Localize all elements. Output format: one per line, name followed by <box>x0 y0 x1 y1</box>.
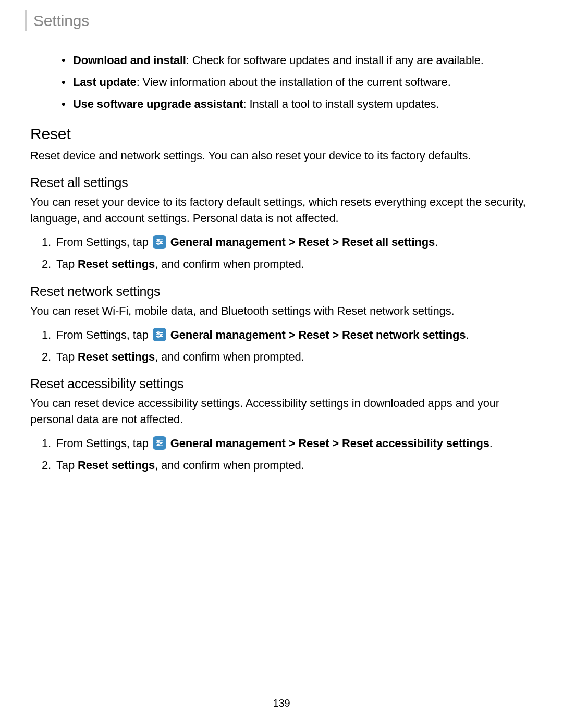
reset-accessibility-heading: Reset accessibility settings <box>30 376 533 391</box>
list-item: Tap Reset settings, and confirm when pro… <box>56 457 533 474</box>
step-bold: General management > Reset > Reset netwo… <box>170 328 466 341</box>
step-post: , and confirm when prompted. <box>155 459 304 472</box>
reset-all-heading: Reset all settings <box>30 175 533 190</box>
reset-intro: Reset device and network settings. You c… <box>30 148 533 164</box>
step-pre: Tap <box>56 350 78 363</box>
general-management-icon <box>153 328 166 341</box>
bullet-text: : Check for software updates and install… <box>186 54 484 67</box>
svg-point-3 <box>160 241 162 243</box>
bullet-bold: Use software upgrade assistant <box>73 97 243 110</box>
list-item: From Settings, tap General management > … <box>56 435 533 452</box>
step-post: . <box>435 236 438 249</box>
svg-point-15 <box>160 442 162 444</box>
step-post: , and confirm when prompted. <box>155 350 304 363</box>
step-post: . <box>489 437 493 450</box>
general-management-icon <box>153 436 166 450</box>
list-item: Last update: View information about the … <box>73 74 533 91</box>
reset-network-intro: You can reset Wi-Fi, mobile data, and Bl… <box>30 303 533 319</box>
reset-accessibility-intro: You can reset device accessibility setti… <box>30 396 533 428</box>
software-update-bullets: Download and install: Check for software… <box>30 52 533 113</box>
svg-point-17 <box>157 444 159 446</box>
reset-heading: Reset <box>30 125 533 143</box>
step-post: . <box>466 328 469 341</box>
svg-point-1 <box>157 239 159 241</box>
step-post: , and confirm when prompted. <box>155 257 304 270</box>
step-pre: From Settings, tap <box>56 437 152 450</box>
list-item: Download and install: Check for software… <box>73 52 533 69</box>
step-pre: Tap <box>56 459 78 472</box>
header-accent-bar <box>25 10 27 31</box>
step-pre: From Settings, tap <box>56 236 152 249</box>
step-pre: From Settings, tap <box>56 328 152 341</box>
header-title: Settings <box>33 12 89 30</box>
step-bold: General management > Reset > Reset all s… <box>170 236 435 249</box>
step-bold: General management > Reset > Reset acces… <box>170 437 489 450</box>
page-content: Download and install: Check for software… <box>30 52 533 479</box>
step-pre: Tap <box>56 257 78 270</box>
svg-point-13 <box>157 440 159 442</box>
page-number: 139 <box>0 697 563 709</box>
step-bold: Reset settings <box>78 257 155 270</box>
step-bold: Reset settings <box>78 459 155 472</box>
svg-point-9 <box>160 334 162 335</box>
bullet-bold: Download and install <box>73 54 186 67</box>
general-management-icon <box>153 235 166 249</box>
step-bold: Reset settings <box>78 350 155 363</box>
reset-network-steps: From Settings, tap General management > … <box>30 327 533 365</box>
list-item: Tap Reset settings, and confirm when pro… <box>56 349 533 365</box>
reset-all-steps: From Settings, tap General management > … <box>30 234 533 273</box>
page-header: Settings <box>25 10 89 31</box>
svg-point-11 <box>157 336 159 337</box>
list-item: Use software upgrade assistant: Install … <box>73 96 533 113</box>
list-item: From Settings, tap General management > … <box>56 327 533 343</box>
bullet-bold: Last update <box>73 76 137 89</box>
reset-accessibility-steps: From Settings, tap General management > … <box>30 435 533 474</box>
bullet-text: : View information about the installatio… <box>137 76 451 89</box>
svg-point-7 <box>157 332 159 334</box>
bullet-text: : Install a tool to install system updat… <box>243 97 439 110</box>
list-item: From Settings, tap General management > … <box>56 234 533 251</box>
reset-network-heading: Reset network settings <box>30 284 533 299</box>
svg-point-5 <box>157 243 159 245</box>
list-item: Tap Reset settings, and confirm when pro… <box>56 256 533 273</box>
reset-all-intro: You can reset your device to its factory… <box>30 194 533 227</box>
